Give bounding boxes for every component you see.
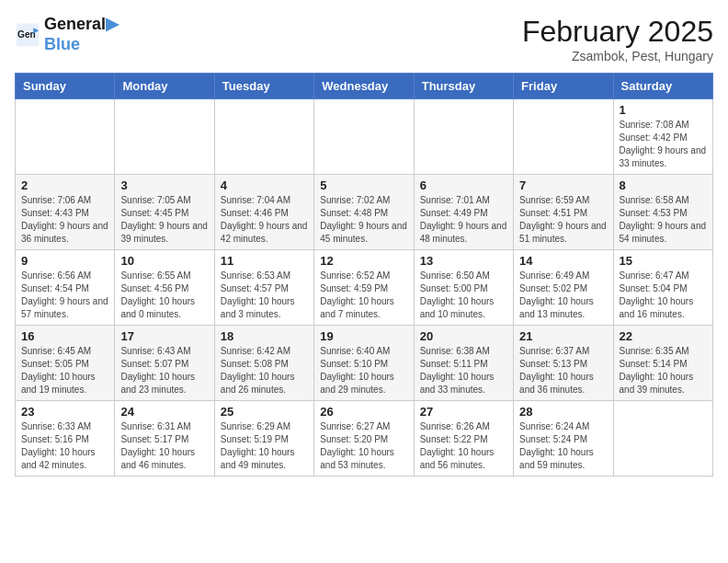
day-number: 14	[519, 254, 607, 268]
calendar-cell: 9Sunrise: 6:56 AM Sunset: 4:54 PM Daylig…	[16, 250, 115, 326]
day-info: Sunrise: 7:04 AM Sunset: 4:46 PM Dayligh…	[221, 194, 308, 246]
calendar-cell: 5Sunrise: 7:02 AM Sunset: 4:48 PM Daylig…	[314, 175, 414, 250]
calendar-cell: 6Sunrise: 7:01 AM Sunset: 4:49 PM Daylig…	[414, 175, 513, 250]
day-info: Sunrise: 6:42 AM Sunset: 5:08 PM Dayligh…	[221, 345, 308, 396]
day-info: Sunrise: 6:38 AM Sunset: 5:11 PM Dayligh…	[420, 345, 507, 396]
logo-icon: Gen	[15, 22, 40, 48]
day-number: 5	[320, 178, 407, 192]
calendar-cell: 2Sunrise: 7:06 AM Sunset: 4:43 PM Daylig…	[16, 175, 115, 250]
calendar-cell: 24Sunrise: 6:31 AM Sunset: 5:17 PM Dayli…	[115, 401, 214, 477]
day-number: 4	[221, 178, 308, 192]
day-number: 15	[620, 254, 707, 268]
day-info: Sunrise: 6:47 AM Sunset: 5:04 PM Dayligh…	[620, 270, 707, 321]
calendar-cell: 26Sunrise: 6:27 AM Sunset: 5:20 PM Dayli…	[314, 401, 414, 477]
day-number: 24	[120, 405, 208, 419]
day-number: 6	[420, 178, 507, 192]
calendar-cell: 7Sunrise: 6:59 AM Sunset: 4:51 PM Daylig…	[514, 175, 613, 250]
day-number: 21	[519, 329, 607, 343]
day-number: 20	[420, 329, 507, 343]
day-info: Sunrise: 6:27 AM Sunset: 5:20 PM Dayligh…	[320, 420, 407, 472]
calendar-cell: 17Sunrise: 6:43 AM Sunset: 5:07 PM Dayli…	[115, 326, 214, 401]
day-info: Sunrise: 6:33 AM Sunset: 5:16 PM Dayligh…	[21, 420, 108, 472]
day-info: Sunrise: 6:35 AM Sunset: 5:14 PM Dayligh…	[620, 345, 707, 396]
calendar-cell: 23Sunrise: 6:33 AM Sunset: 5:16 PM Dayli…	[16, 401, 115, 477]
calendar-cell: 3Sunrise: 7:05 AM Sunset: 4:45 PM Daylig…	[115, 175, 214, 250]
calendar-cell: 16Sunrise: 6:45 AM Sunset: 5:05 PM Dayli…	[16, 326, 115, 401]
svg-text:Gen: Gen	[17, 29, 36, 40]
logo: Gen General▶Blue	[15, 15, 119, 54]
calendar-table: SundayMondayTuesdayWednesdayThursdayFrid…	[15, 73, 713, 477]
calendar-cell: 20Sunrise: 6:38 AM Sunset: 5:11 PM Dayli…	[414, 326, 513, 401]
day-header-saturday: Saturday	[613, 74, 712, 99]
day-header-friday: Friday	[514, 74, 613, 99]
day-info: Sunrise: 7:01 AM Sunset: 4:49 PM Dayligh…	[420, 194, 507, 246]
day-info: Sunrise: 6:43 AM Sunset: 5:07 PM Dayligh…	[120, 345, 208, 396]
calendar-cell: 12Sunrise: 6:52 AM Sunset: 4:59 PM Dayli…	[314, 250, 414, 326]
day-header-monday: Monday	[115, 74, 214, 99]
calendar-week-5: 23Sunrise: 6:33 AM Sunset: 5:16 PM Dayli…	[16, 401, 713, 477]
day-number: 27	[420, 405, 507, 419]
logo-text: General▶Blue	[44, 15, 119, 54]
day-info: Sunrise: 6:58 AM Sunset: 4:53 PM Dayligh…	[620, 194, 707, 246]
day-info: Sunrise: 6:29 AM Sunset: 5:19 PM Dayligh…	[221, 420, 308, 472]
calendar-cell: 1Sunrise: 7:08 AM Sunset: 4:42 PM Daylig…	[613, 99, 712, 175]
day-info: Sunrise: 6:52 AM Sunset: 4:59 PM Dayligh…	[320, 270, 407, 321]
day-number: 25	[221, 405, 308, 419]
day-info: Sunrise: 6:45 AM Sunset: 5:05 PM Dayligh…	[21, 345, 108, 396]
calendar-cell: 25Sunrise: 6:29 AM Sunset: 5:19 PM Dayli…	[214, 401, 313, 477]
day-header-sunday: Sunday	[16, 74, 115, 99]
calendar-week-1: 1Sunrise: 7:08 AM Sunset: 4:42 PM Daylig…	[16, 99, 713, 175]
day-header-thursday: Thursday	[414, 74, 513, 99]
day-number: 3	[120, 178, 208, 192]
day-info: Sunrise: 6:49 AM Sunset: 5:02 PM Dayligh…	[519, 270, 607, 321]
calendar-week-4: 16Sunrise: 6:45 AM Sunset: 5:05 PM Dayli…	[16, 326, 713, 401]
calendar-cell	[613, 401, 712, 477]
day-number: 12	[320, 254, 407, 268]
day-info: Sunrise: 6:53 AM Sunset: 4:57 PM Dayligh…	[221, 270, 308, 321]
day-number: 8	[620, 178, 707, 192]
day-number: 22	[620, 329, 707, 343]
day-info: Sunrise: 7:05 AM Sunset: 4:45 PM Dayligh…	[120, 194, 208, 246]
calendar-header-row: SundayMondayTuesdayWednesdayThursdayFrid…	[16, 74, 713, 99]
calendar-cell	[16, 99, 115, 175]
month-title: February 2025	[522, 15, 713, 49]
day-number: 2	[21, 178, 108, 192]
calendar-cell	[115, 99, 214, 175]
day-number: 13	[420, 254, 507, 268]
day-info: Sunrise: 6:59 AM Sunset: 4:51 PM Dayligh…	[519, 194, 607, 246]
day-number: 26	[320, 405, 407, 419]
calendar-cell: 13Sunrise: 6:50 AM Sunset: 5:00 PM Dayli…	[414, 250, 513, 326]
calendar-week-3: 9Sunrise: 6:56 AM Sunset: 4:54 PM Daylig…	[16, 250, 713, 326]
calendar-cell	[514, 99, 613, 175]
day-info: Sunrise: 6:24 AM Sunset: 5:24 PM Dayligh…	[519, 420, 607, 472]
calendar-cell	[314, 99, 414, 175]
day-info: Sunrise: 6:26 AM Sunset: 5:22 PM Dayligh…	[420, 420, 507, 472]
calendar-cell: 19Sunrise: 6:40 AM Sunset: 5:10 PM Dayli…	[314, 326, 414, 401]
day-info: Sunrise: 7:06 AM Sunset: 4:43 PM Dayligh…	[21, 194, 108, 246]
calendar-cell: 15Sunrise: 6:47 AM Sunset: 5:04 PM Dayli…	[613, 250, 712, 326]
calendar-cell: 14Sunrise: 6:49 AM Sunset: 5:02 PM Dayli…	[514, 250, 613, 326]
day-info: Sunrise: 6:37 AM Sunset: 5:13 PM Dayligh…	[519, 345, 607, 396]
day-number: 18	[221, 329, 308, 343]
day-number: 10	[120, 254, 208, 268]
day-info: Sunrise: 6:56 AM Sunset: 4:54 PM Dayligh…	[21, 270, 108, 321]
calendar-cell: 21Sunrise: 6:37 AM Sunset: 5:13 PM Dayli…	[514, 326, 613, 401]
day-info: Sunrise: 6:40 AM Sunset: 5:10 PM Dayligh…	[320, 345, 407, 396]
day-info: Sunrise: 7:08 AM Sunset: 4:42 PM Dayligh…	[620, 119, 707, 170]
location: Zsambok, Pest, Hungary	[522, 49, 713, 63]
day-number: 9	[21, 254, 108, 268]
calendar-cell: 10Sunrise: 6:55 AM Sunset: 4:56 PM Dayli…	[115, 250, 214, 326]
calendar-cell: 18Sunrise: 6:42 AM Sunset: 5:08 PM Dayli…	[214, 326, 313, 401]
day-info: Sunrise: 7:02 AM Sunset: 4:48 PM Dayligh…	[320, 194, 407, 246]
day-number: 17	[120, 329, 208, 343]
calendar-cell: 8Sunrise: 6:58 AM Sunset: 4:53 PM Daylig…	[613, 175, 712, 250]
calendar-cell: 28Sunrise: 6:24 AM Sunset: 5:24 PM Dayli…	[514, 401, 613, 477]
calendar-week-2: 2Sunrise: 7:06 AM Sunset: 4:43 PM Daylig…	[16, 175, 713, 250]
calendar-cell: 4Sunrise: 7:04 AM Sunset: 4:46 PM Daylig…	[214, 175, 313, 250]
title-block: February 2025 Zsambok, Pest, Hungary	[522, 15, 713, 63]
day-number: 16	[21, 329, 108, 343]
day-number: 19	[320, 329, 407, 343]
day-number: 11	[221, 254, 308, 268]
calendar-cell	[214, 99, 313, 175]
calendar-cell: 27Sunrise: 6:26 AM Sunset: 5:22 PM Dayli…	[414, 401, 513, 477]
